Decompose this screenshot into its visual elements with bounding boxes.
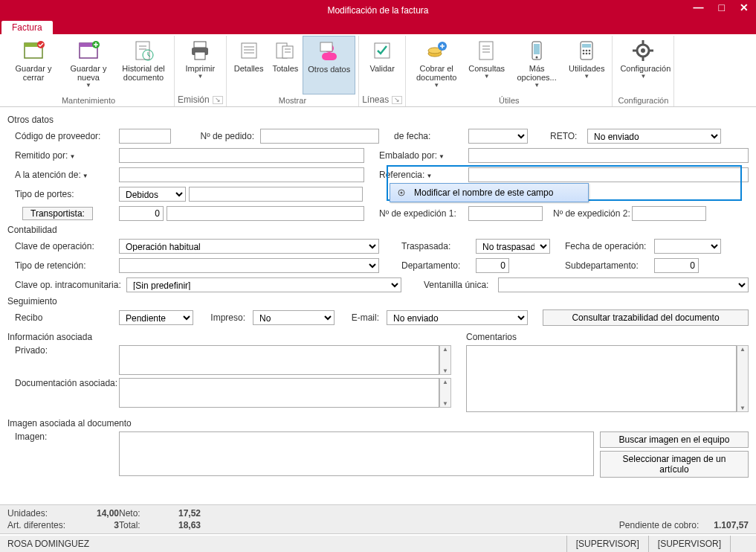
configuracion-button[interactable]: Configuración ▼ <box>616 36 671 94</box>
phone-icon <box>525 39 549 62</box>
mas-opciones-button[interactable]: Más opciones... ▼ <box>509 36 564 94</box>
trazabilidad-button[interactable]: Consultar trazabilidad del documento <box>543 309 749 326</box>
label-clave-operacion: Clave de operación: <box>7 241 119 251</box>
buscar-imagen-button[interactable]: Buscar imagen en el equipo <box>600 431 749 448</box>
subdepartamento-input[interactable] <box>654 258 699 273</box>
label-reto: RETO: <box>550 131 587 141</box>
context-menu-item-modificar-nombre[interactable]: Modificar el nombre de este campo <box>392 185 587 200</box>
scrollbar[interactable]: ▲▼ <box>439 345 451 375</box>
label-exp2: Nº de expedición 2: <box>543 208 632 219</box>
totals-bar: Unidades: 14,00 Neto: 17,52 Art. diferen… <box>0 504 756 534</box>
label-email: E-mail: <box>335 312 387 323</box>
validar-button[interactable]: Validar <box>365 36 399 93</box>
section-comentarios-title: Comentarios <box>466 332 749 342</box>
label-remitido[interactable]: Remitido por:▼ <box>7 150 119 161</box>
totals-icon <box>274 39 297 62</box>
recibo-select[interactable]: Pendiente <box>119 310 193 325</box>
maximize-button[interactable]: □ <box>714 1 729 13</box>
titlebar: Modificación de la factura — □ ✕ <box>0 0 756 21</box>
ribbon: Guardar y cerrar Guardar y nueva ▼ Histo… <box>0 34 756 107</box>
tab-factura[interactable]: Factura <box>1 21 53 34</box>
exp1-input[interactable] <box>468 206 543 221</box>
transportista-button[interactable]: Transportista: <box>22 207 93 220</box>
impreso-select[interactable]: No <box>253 310 335 325</box>
chevron-down-icon: ▼ <box>433 82 439 89</box>
portes-extra-input[interactable] <box>189 187 363 202</box>
consultas-button[interactable]: Consultas ▼ <box>464 36 509 94</box>
print-button[interactable]: Imprimir ▼ <box>181 36 219 93</box>
ribbon-group-mostrar: Detalles Totales Otros datos Mostrar <box>227 36 359 106</box>
section-info-asociada-title: Información asociada <box>7 332 451 342</box>
num-pedido-input[interactable] <box>260 129 379 144</box>
codigo-proveedor-input[interactable] <box>119 129 171 144</box>
label-codigo-proveedor: Código de proveedor: <box>7 131 119 141</box>
minimize-button[interactable]: — <box>689 1 708 13</box>
utilidades-button[interactable]: Utilidades ▼ <box>564 36 609 94</box>
dialog-launcher-icon[interactable]: ↘ <box>392 96 402 104</box>
traspasada-select[interactable]: No traspasada <box>476 239 550 254</box>
transportista-code-input[interactable] <box>119 206 164 221</box>
save-new-icon <box>77 39 100 62</box>
gear-icon <box>631 39 655 62</box>
retencion-select[interactable] <box>119 258 379 273</box>
label-referencia[interactable]: Referencia:▼ <box>379 170 468 180</box>
privado-textarea[interactable] <box>119 345 439 375</box>
svg-point-44 <box>641 48 645 53</box>
chevron-down-icon: ▼ <box>85 82 91 89</box>
label-departamento: Departamento: <box>401 260 476 271</box>
scrollbar[interactable]: ▲▼ <box>737 345 749 412</box>
intracom-select[interactable]: [Sin predefinir] <box>126 277 401 292</box>
detalles-button[interactable]: Detalles <box>230 36 268 94</box>
label-imagen: Imagen: <box>7 431 119 442</box>
context-menu: Modificar el nombre de este campo <box>390 183 589 202</box>
save-new-button[interactable]: Guardar y nueva ▼ <box>61 36 116 94</box>
otros-datos-button[interactable]: Otros datos <box>303 36 355 94</box>
seleccionar-imagen-button[interactable]: Seleccionar imagen de un artículo <box>600 451 749 478</box>
label-embalado[interactable]: Embalado por:▼ <box>379 150 468 161</box>
label-intracom: Clave op. intracomunitaria: <box>7 280 126 290</box>
section-imagen-title: Imagen asociada al documento <box>7 418 749 429</box>
reto-select[interactable]: No enviado <box>587 129 721 144</box>
label-unidades: Unidades: <box>7 508 89 519</box>
totales-button[interactable]: Totales <box>268 36 303 94</box>
svg-rect-12 <box>195 52 205 60</box>
label-subdepartamento: Subdepartamento: <box>565 260 654 271</box>
ribbon-group-label: Útiles <box>499 94 520 106</box>
document-history-button[interactable]: Historial del documento <box>116 36 171 94</box>
chevron-down-icon: ▼ <box>69 153 75 160</box>
cobrar-button[interactable]: Cobrar el documento ▼ <box>409 36 464 94</box>
ribbon-group-label: Líneas <box>362 94 389 105</box>
email-select[interactable]: No enviado <box>387 310 528 325</box>
comentarios-textarea[interactable] <box>466 345 737 412</box>
fecha-operacion-select[interactable] <box>654 239 721 254</box>
embalado-input[interactable] <box>468 148 749 163</box>
transportista-name-input[interactable] <box>167 206 364 221</box>
label-traspasada: Traspasada: <box>401 241 476 251</box>
svg-point-42 <box>589 53 591 55</box>
save-close-button[interactable]: Guardar y cerrar <box>6 36 61 94</box>
section-seguimiento-title: Seguimiento <box>7 296 749 307</box>
exp2-input[interactable] <box>632 206 706 221</box>
clave-operacion-select[interactable]: Operación habitual <box>119 239 379 254</box>
label-total: Total: <box>119 520 156 530</box>
label-pendiente: Pendiente de cobro: <box>619 520 699 530</box>
scrollbar[interactable]: ▲▼ <box>439 378 451 408</box>
de-fecha-select[interactable] <box>468 129 528 144</box>
close-button[interactable]: ✕ <box>735 1 753 13</box>
svg-point-38 <box>586 50 588 52</box>
portes-select[interactable]: Debidos <box>119 187 186 202</box>
label-portes: Tipo de portes: <box>7 189 119 199</box>
svg-rect-28 <box>479 42 493 60</box>
doc-asociada-textarea[interactable] <box>119 378 439 408</box>
remitido-input[interactable] <box>119 148 364 163</box>
window-title: Modificación de la factura <box>327 5 428 16</box>
referencia-input[interactable] <box>468 167 749 182</box>
dialog-launcher-icon[interactable]: ↘ <box>213 96 223 104</box>
ventanilla-select[interactable] <box>498 277 749 292</box>
atencion-input[interactable] <box>119 167 364 182</box>
label-atencion[interactable]: A la atención de:▼ <box>7 170 119 180</box>
label-ventanilla: Ventanilla única: <box>424 280 498 290</box>
otros-datos-icon <box>317 39 341 63</box>
queries-icon <box>475 39 499 62</box>
departamento-input[interactable] <box>476 258 509 273</box>
